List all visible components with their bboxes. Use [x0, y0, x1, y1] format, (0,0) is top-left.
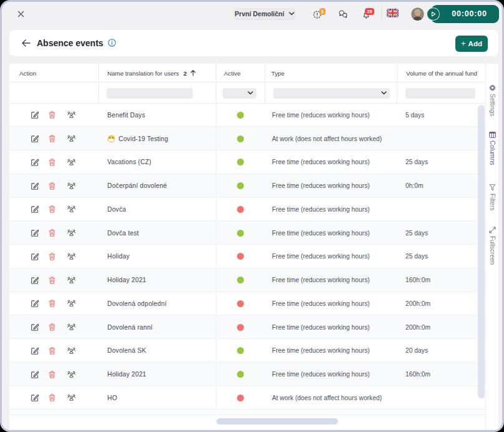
delete-icon[interactable]	[49, 135, 56, 142]
info-circle-icon[interactable]	[108, 39, 116, 47]
users-group-icon[interactable]	[67, 205, 75, 213]
users-group-icon[interactable]	[67, 394, 75, 401]
funnel-icon	[489, 184, 496, 191]
column-header-volume[interactable]: Volume of the annual fund	[406, 64, 477, 82]
users-group-icon[interactable]	[67, 347, 75, 355]
timer-button[interactable]: 00:00:00	[431, 5, 499, 23]
chat-bubbles-icon[interactable]	[339, 10, 349, 20]
table-row: Dočerpání dovolené Free time (reduces wo…	[9, 174, 485, 198]
back-arrow-icon[interactable]	[22, 39, 32, 49]
rail-item-filters[interactable]: Filters	[486, 184, 498, 210]
page-title: Absence events	[37, 38, 104, 48]
app-window: První Demoliční 1	[0, 0, 504, 432]
rail-item-columns[interactable]: Columns	[486, 132, 498, 165]
rail-item-fullscreen[interactable]: Fullscreen	[486, 227, 498, 265]
row-type: Free time (reduces working hours)	[272, 221, 370, 245]
row-name: Dovča test	[107, 221, 139, 245]
table-row: Holiday 2021 Free time (reduces working …	[9, 268, 485, 292]
users-group-icon[interactable]	[67, 159, 75, 166]
delete-icon[interactable]	[49, 323, 56, 331]
side-rail: SettingsColumnsFiltersFullscreen	[486, 64, 498, 430]
column-header-type[interactable]: Type	[271, 64, 284, 82]
delete-icon[interactable]	[49, 347, 56, 355]
add-button[interactable]: + Add	[455, 36, 488, 52]
delete-icon[interactable]	[49, 277, 56, 284]
edit-icon[interactable]	[31, 277, 39, 284]
edit-icon[interactable]	[31, 323, 39, 331]
avatar[interactable]	[411, 7, 424, 21]
active-dot	[237, 206, 244, 213]
column-header-action[interactable]: Action	[19, 64, 36, 82]
edit-icon[interactable]	[31, 135, 39, 142]
users-group-icon[interactable]	[67, 371, 75, 378]
edit-icon[interactable]	[31, 347, 39, 355]
column-divider	[216, 245, 216, 268]
chevron-down-icon	[381, 91, 387, 95]
name-filter-input[interactable]	[107, 88, 193, 99]
type-filter-select[interactable]	[273, 88, 390, 99]
rail-item-settings[interactable]: Settings	[486, 84, 498, 116]
active-dot	[237, 182, 244, 189]
row-volume: 200h:0m	[405, 315, 430, 339]
users-group-icon[interactable]	[67, 253, 75, 260]
row-name: HO	[107, 386, 117, 410]
edit-icon[interactable]	[31, 300, 39, 307]
table-row: Dovolená odpolední Free time (reduces wo…	[9, 292, 485, 316]
rail-item-label: Settings	[489, 94, 496, 116]
row-name-text: Vacations (CZ)	[107, 159, 152, 165]
company-selector-label: První Demoliční	[235, 10, 284, 17]
delete-icon[interactable]	[49, 253, 56, 260]
vertical-scrollbar[interactable]	[478, 105, 485, 398]
edit-icon[interactable]	[31, 394, 39, 401]
delete-icon[interactable]	[49, 371, 56, 378]
row-name: Holiday	[107, 245, 130, 268]
active-dot	[237, 395, 244, 401]
company-selector[interactable]: První Demoliční	[233, 8, 296, 20]
delete-icon[interactable]	[49, 394, 56, 401]
active-dot	[237, 112, 244, 119]
delete-icon[interactable]	[49, 111, 56, 119]
row-name: Dovolená odpolední	[107, 292, 167, 316]
row-name: Holiday 2021	[107, 268, 147, 292]
users-group-icon[interactable]	[67, 277, 75, 284]
users-group-icon[interactable]	[67, 135, 75, 142]
users-group-icon[interactable]	[67, 323, 75, 331]
uk-flag-icon[interactable]	[387, 9, 399, 17]
edit-icon[interactable]	[31, 159, 39, 166]
table-row: Dovča Free time (reduces working hours)	[9, 198, 485, 222]
edit-icon[interactable]	[31, 111, 39, 119]
volume-filter-input[interactable]	[405, 88, 475, 99]
close-icon[interactable]	[16, 9, 26, 19]
arrow-up-icon	[190, 70, 196, 76]
row-volume: 160h:0m	[405, 363, 430, 386]
edit-icon[interactable]	[31, 371, 39, 378]
horizontal-scrollbar[interactable]	[216, 418, 338, 425]
edit-icon[interactable]	[31, 205, 39, 213]
row-name-text: Dovča test	[107, 230, 139, 237]
delete-icon[interactable]	[49, 182, 56, 190]
column-divider	[216, 339, 216, 363]
edit-icon[interactable]	[31, 182, 39, 190]
column-divider	[216, 363, 216, 386]
sort-order-number: 2	[183, 70, 187, 77]
table-header: Action Name translation for users 2 Acti…	[9, 64, 485, 82]
column-header-name[interactable]: Name translation for users 2	[107, 64, 196, 82]
row-volume: 25 days	[405, 150, 428, 174]
users-group-icon[interactable]	[67, 182, 75, 190]
row-type: Free time (reduces working hours)	[272, 245, 370, 268]
users-group-icon[interactable]	[67, 300, 75, 307]
edit-icon[interactable]	[31, 253, 39, 260]
play-circle-icon[interactable]	[427, 7, 440, 21]
delete-icon[interactable]	[49, 300, 56, 307]
users-group-icon[interactable]	[67, 229, 75, 237]
users-group-icon[interactable]	[67, 111, 75, 119]
delete-icon[interactable]	[49, 205, 56, 213]
delete-icon[interactable]	[49, 229, 56, 237]
column-header-active[interactable]: Active	[224, 64, 241, 82]
row-type: Free time (reduces working hours)	[272, 174, 370, 198]
edit-icon[interactable]	[31, 229, 39, 237]
delete-icon[interactable]	[49, 159, 56, 166]
row-volume: 160h:0m	[405, 268, 430, 292]
active-filter-select[interactable]	[223, 88, 256, 99]
table-body: Benefit Days Free time (reduces working …	[9, 104, 485, 410]
